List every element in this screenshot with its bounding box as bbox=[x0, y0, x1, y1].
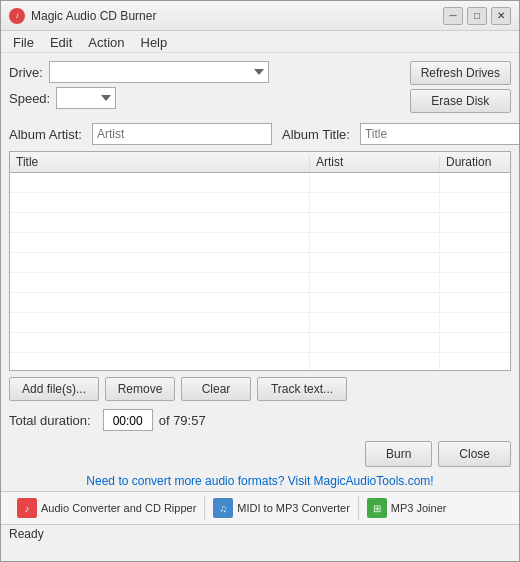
close-button[interactable]: Close bbox=[438, 441, 511, 467]
table-row bbox=[10, 173, 510, 193]
bottom-apps-bar: ♪ Audio Converter and CD Ripper ♫ MIDI t… bbox=[1, 491, 519, 524]
drive-row: Drive: bbox=[9, 61, 410, 83]
promo-row: Need to convert more audio formats? Visi… bbox=[1, 471, 519, 491]
erase-disk-button[interactable]: Erase Disk bbox=[410, 89, 511, 113]
menu-help[interactable]: Help bbox=[133, 33, 176, 50]
table-row bbox=[10, 213, 510, 233]
audio-converter-icon: ♪ bbox=[17, 498, 37, 518]
drive-label: Drive: bbox=[9, 65, 43, 80]
table-row bbox=[10, 273, 510, 293]
speed-select[interactable] bbox=[56, 87, 116, 109]
album-row: Album Artist: Album Title: bbox=[1, 123, 519, 145]
status-text: Ready bbox=[9, 527, 44, 541]
right-area: Refresh Drives Erase Disk bbox=[410, 61, 511, 113]
remove-button[interactable]: Remove bbox=[105, 377, 175, 401]
promo-link[interactable]: Need to convert more audio formats? Visi… bbox=[86, 474, 433, 488]
status-bar: Ready bbox=[1, 524, 519, 543]
add-files-button[interactable]: Add file(s)... bbox=[9, 377, 99, 401]
clear-button[interactable]: Clear bbox=[181, 377, 251, 401]
table-row bbox=[10, 353, 510, 371]
app-audio-converter-label: Audio Converter and CD Ripper bbox=[41, 502, 196, 514]
total-duration-label: Total duration: bbox=[9, 413, 91, 428]
app-icon: ♪ bbox=[9, 8, 25, 24]
menu-file[interactable]: File bbox=[5, 33, 42, 50]
restore-button[interactable]: □ bbox=[467, 7, 487, 25]
app-midi-converter-label: MIDI to MP3 Converter bbox=[237, 502, 349, 514]
drive-select[interactable] bbox=[49, 61, 269, 83]
table-body bbox=[10, 173, 510, 371]
album-artist-field: Album Artist: bbox=[9, 123, 272, 145]
title-bar-left: ♪ Magic Audio CD Burner bbox=[9, 8, 156, 24]
menu-action[interactable]: Action bbox=[80, 33, 132, 50]
table-row bbox=[10, 253, 510, 273]
track-text-button[interactable]: Track text... bbox=[257, 377, 347, 401]
title-bar-buttons: ─ □ ✕ bbox=[443, 7, 511, 25]
top-section: Drive: Speed: Refresh Drives Erase Disk bbox=[9, 61, 511, 113]
refresh-drives-button[interactable]: Refresh Drives bbox=[410, 61, 511, 85]
left-controls: Drive: Speed: bbox=[9, 61, 410, 113]
midi-converter-icon: ♫ bbox=[213, 498, 233, 518]
album-title-field: Album Title: bbox=[282, 123, 520, 145]
duration-of-label: of 79:57 bbox=[159, 413, 206, 428]
title-bar: ♪ Magic Audio CD Burner ─ □ ✕ bbox=[1, 1, 519, 31]
table-row bbox=[10, 233, 510, 253]
window-title: Magic Audio CD Burner bbox=[31, 9, 156, 23]
app-mp3-joiner-label: MP3 Joiner bbox=[391, 502, 447, 514]
table-row bbox=[10, 333, 510, 353]
menu-bar: File Edit Action Help bbox=[1, 31, 519, 53]
mp3-joiner-icon: ⊞ bbox=[367, 498, 387, 518]
col-title: Title bbox=[10, 155, 310, 169]
duration-row: Total duration: 00:00 of 79:57 bbox=[1, 407, 519, 437]
speed-row: Speed: bbox=[9, 87, 410, 109]
col-artist: Artist bbox=[310, 155, 440, 169]
album-title-input[interactable] bbox=[360, 123, 520, 145]
col-duration: Duration bbox=[440, 155, 510, 169]
duration-value: 00:00 bbox=[103, 409, 153, 431]
track-table: Title Artist Duration bbox=[9, 151, 511, 371]
minimize-button[interactable]: ─ bbox=[443, 7, 463, 25]
main-content: Drive: Speed: Refresh Drives Erase Disk bbox=[1, 53, 519, 123]
action-row: Add file(s)... Remove Clear Track text..… bbox=[1, 371, 519, 407]
table-header: Title Artist Duration bbox=[10, 152, 510, 173]
album-artist-label: Album Artist: bbox=[9, 127, 82, 142]
table-row bbox=[10, 293, 510, 313]
close-window-button[interactable]: ✕ bbox=[491, 7, 511, 25]
album-artist-input[interactable] bbox=[92, 123, 272, 145]
app-midi-converter[interactable]: ♫ MIDI to MP3 Converter bbox=[205, 496, 358, 520]
burn-button[interactable]: Burn bbox=[365, 441, 432, 467]
speed-label: Speed: bbox=[9, 91, 50, 106]
app-audio-converter[interactable]: ♪ Audio Converter and CD Ripper bbox=[9, 496, 205, 520]
app-mp3-joiner[interactable]: ⊞ MP3 Joiner bbox=[359, 496, 455, 520]
table-row bbox=[10, 193, 510, 213]
burn-row: Burn Close bbox=[1, 437, 519, 471]
menu-edit[interactable]: Edit bbox=[42, 33, 80, 50]
album-title-label: Album Title: bbox=[282, 127, 350, 142]
table-row bbox=[10, 313, 510, 333]
